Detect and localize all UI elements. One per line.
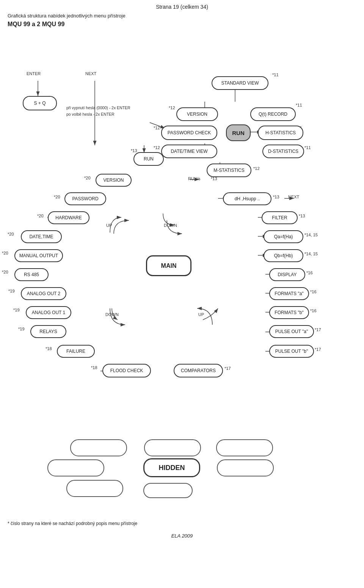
version-mid-box: VERSION — [96, 174, 132, 187]
up2-arrow-svg — [191, 307, 222, 327]
m18-flood: *18 — [91, 365, 97, 370]
note2: po volbě hesla - 2x ENTER — [66, 112, 115, 116]
m20-hw: *20 — [37, 214, 44, 218]
version-top-box: VERSION — [176, 107, 218, 121]
analog-out2-box: ANALOG OUT 2 — [21, 287, 66, 300]
main-title: MQU 99 a 2 MQU 99 — [8, 21, 364, 28]
diagram-area: ENTER NEXT S + Q při vypnutí hesla (0000… — [0, 31, 364, 430]
rs485-box: RS 485 — [14, 268, 49, 281]
formats-b-box: FORMATS "b" — [269, 306, 309, 319]
down-label: DOWN — [164, 223, 177, 228]
m18-fail: *18 — [46, 346, 52, 351]
m-statistics-box: M-STATISTICS — [207, 164, 251, 177]
qt-record-box: Q(t) RECORD — [250, 107, 296, 121]
footer-brand: ELA 2009 — [0, 533, 364, 539]
hidden-center-box: HIDDEN — [143, 458, 200, 477]
hidden-box-2 — [144, 439, 201, 456]
m13-filter: *13 — [299, 214, 305, 218]
run-main-box: RUN — [133, 152, 164, 166]
dh-hsupp-box: dH ,Hsupp .. — [223, 192, 271, 205]
relays-box: RELAYS — [30, 325, 66, 338]
m17-pb: *17 — [315, 347, 321, 352]
enter-label: ENTER — [27, 71, 41, 76]
next-label: NEXT — [85, 71, 96, 76]
formats-a-box: FORMATS "a" — [269, 287, 309, 300]
note1: při vypnutí hesla (0000) - 2x ENTER — [66, 105, 130, 110]
m1415-qb: *14, 15 — [304, 252, 318, 256]
m19-ao1: *19 — [13, 308, 20, 312]
sq-box: S + Q — [23, 96, 57, 110]
standard-view-box: STANDARD VIEW — [212, 76, 268, 90]
main-center-box: MAIN — [146, 255, 191, 276]
m16-fb: *16 — [310, 308, 317, 313]
pulse-out-b-box: PULSE OUT "b" — [269, 345, 314, 358]
m1415-qa: *14, 15 — [304, 233, 318, 237]
display-box: DISPLAY — [269, 268, 305, 281]
hidden-box-3 — [216, 439, 273, 456]
m17-pa: *17 — [315, 327, 321, 332]
hidden-box-6 — [66, 480, 123, 497]
m16-disp: *16 — [306, 270, 313, 275]
m17-comp: *17 — [224, 366, 231, 371]
flood-check-box: FLOOD CHECK — [102, 364, 151, 377]
comparators-box: COMPARATORS — [174, 364, 223, 377]
password-check-box: PASSWORD CHECK — [161, 126, 217, 140]
hidden-section: HIDDEN — [0, 434, 364, 509]
m16-fa: *16 — [310, 289, 317, 294]
password-box: PASSWORD — [64, 192, 106, 205]
run-s-label: RUN/s — [188, 176, 200, 181]
m20-pass: *20 — [54, 195, 60, 199]
m20-rs: *20 — [2, 270, 8, 274]
next-right-label: NEXT — [288, 195, 299, 199]
up-label: UP — [106, 223, 112, 228]
m19-ao2: *19 — [8, 289, 15, 293]
m13-dh: *13 — [273, 195, 279, 199]
down-label2: DOWN — [105, 312, 119, 317]
d-statistics-box: D-STATISTICS — [262, 145, 304, 158]
qb-fhb-box: Qb=f(Hb) — [264, 249, 303, 262]
m13-runs: *13 — [211, 176, 217, 181]
m12-dtv: *12 — [154, 145, 160, 150]
failure-box: FAILURE — [57, 345, 95, 358]
m11-qt: *11 — [296, 103, 302, 107]
m12-pc: *12 — [154, 126, 160, 130]
hidden-box-7 — [143, 483, 193, 498]
hidden-box-5 — [217, 459, 274, 476]
manual-output-box: MANUAL OUTPUT — [14, 249, 63, 262]
h-statistics-box: H-STATISTICS — [258, 126, 303, 140]
up-label2: UP — [198, 312, 204, 317]
qa-fha-box: Qa=f(Ha) — [264, 230, 303, 243]
run-filled-box: RUN — [226, 124, 251, 141]
pulse-out-a-box: PULSE OUT "a" — [269, 325, 314, 338]
m13-run: *13 — [131, 148, 137, 153]
datetime-view-box: DATE/TIME VIEW — [161, 145, 217, 158]
hidden-box-4 — [47, 459, 104, 476]
m20-dt: *20 — [8, 232, 14, 236]
m11-sv: *11 — [272, 72, 279, 77]
m11-ds: *11 — [304, 145, 311, 150]
analog-out1-box: ANALOG OUT 1 — [26, 306, 71, 319]
subtitle: Grafická struktura nabídek jednotlivých … — [8, 13, 364, 19]
filter-box: FILTER — [262, 211, 298, 224]
m19-rel: *19 — [18, 327, 25, 331]
footer-note: * číslo strany na které se nachází podro… — [8, 521, 364, 526]
m12-ver: *12 — [169, 105, 175, 110]
hardware-box: HARDWARE — [48, 211, 89, 224]
m20-mo: *20 — [2, 251, 8, 255]
hidden-box-1 — [70, 439, 127, 456]
page-title: Strana 19 (celkem 34) — [0, 4, 364, 10]
m12-ms: *12 — [253, 166, 260, 171]
date-time-box: DATE,TIME — [21, 230, 62, 243]
down2-arrow-svg — [100, 307, 131, 327]
m20-ver: *20 — [84, 176, 91, 180]
